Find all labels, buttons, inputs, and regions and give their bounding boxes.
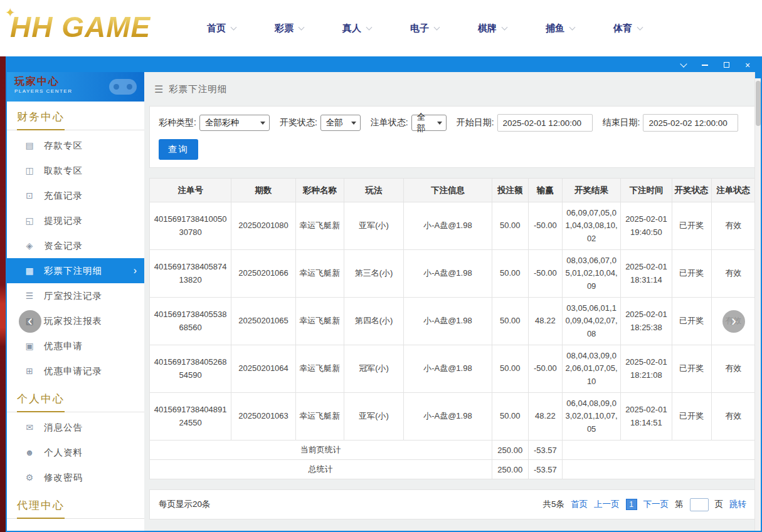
section-title-label: 个人中心 [17, 392, 65, 412]
cell-win_loss: -50.00 [528, 345, 562, 393]
sidebar-item-recharge-records[interactable]: ⊡充值记录 [7, 183, 144, 208]
minimize-icon[interactable] [701, 61, 709, 70]
gamepad-icon [109, 79, 137, 95]
sidebar-item-deposit[interactable]: ▤存款专区 [7, 133, 144, 158]
jump-suffix-label: 页 [715, 499, 724, 510]
nav-item-label: 首页 [207, 23, 226, 34]
cell-draw_status: 已开奖 [672, 393, 711, 441]
carousel-left-arrow[interactable]: ‹ [19, 310, 41, 333]
column-header-win_loss: 输赢 [528, 179, 562, 202]
page-title: 彩票下注明细 [169, 83, 227, 95]
cell-bet_info: 小-A盘@1.98 [404, 250, 492, 298]
promo-icon: ▣ [24, 341, 34, 351]
cell-bet_info: 小-A盘@1.98 [404, 202, 492, 250]
cell-lottery_name: 幸运飞艇新 [295, 393, 344, 441]
prev-page-link[interactable]: 上一页 [594, 499, 620, 510]
sidebar-item-promo-apply-records[interactable]: ⊞优惠申请记录 [7, 358, 144, 383]
chevron-down-icon [231, 24, 237, 30]
start-date-input[interactable] [497, 114, 593, 132]
nav-item-slots[interactable]: 电子 [410, 23, 439, 34]
jump-button[interactable]: 跳转 [729, 499, 746, 510]
column-header-draw_result: 开奖结果 [562, 179, 620, 202]
maximize-icon[interactable] [722, 61, 731, 70]
scroll-up-button[interactable] [755, 72, 761, 78]
cell-bet_time: 2025-02-01 18:14:51 [621, 393, 672, 441]
nav-item-fishing[interactable]: 捕鱼 [546, 23, 574, 34]
cell-period: 20250201063 [231, 393, 295, 441]
brand-logo[interactable]: HH GAME [10, 10, 151, 44]
select-value: 全部彩种 [205, 117, 239, 128]
nav-item-home[interactable]: 首页 [207, 23, 236, 34]
cell-draw_result: 06,09,07,05,01,04,03,08,10,02 [562, 202, 620, 250]
nav-item-label: 捕鱼 [546, 23, 564, 34]
cell-draw_status: 已开奖 [672, 250, 711, 298]
cell-play: 亚军(小) [344, 393, 403, 441]
main-content: ☰ 彩票下注明细 彩种类型: 全部彩种 开奖状态: 全部 注单状态: [144, 72, 761, 531]
sidebar-item-profile[interactable]: ☻个人资料 [7, 440, 144, 465]
sidebar-item-hall-bet-records[interactable]: ☰厅室投注记录 [7, 283, 144, 308]
cell-bet_amount: 50.00 [492, 393, 528, 441]
chevron-down-icon [437, 122, 442, 125]
page-summary-bet-amount: 250.00 [492, 441, 528, 460]
nav-item-lottery[interactable]: 彩票 [275, 23, 304, 34]
total-summary-win-loss: -53.57 [528, 460, 562, 479]
hall-bet-icon: ☰ [24, 291, 34, 301]
hamburger-icon[interactable]: ☰ [154, 83, 163, 95]
jump-page-input[interactable] [690, 498, 709, 511]
sidebar-item-lottery-bet-details[interactable]: ▦彩票下注明细› [7, 258, 144, 283]
scrollbar-thumb[interactable] [756, 81, 761, 126]
cell-order_id: 401569173840587413820 [150, 250, 231, 298]
table-body: 40156917384100503078020250201080幸运飞艇新亚军(… [150, 202, 756, 441]
window-titlebar: × [7, 58, 761, 72]
cell-draw_result: 08,04,03,09,02,06,01,07,05,10 [562, 345, 620, 393]
column-header-lottery_name: 彩种名称 [295, 179, 344, 202]
cell-lottery_name: 幸运飞艇新 [295, 298, 344, 345]
vertical-scrollbar[interactable] [754, 72, 761, 531]
current-page-badge[interactable]: 1 [626, 499, 637, 510]
bank-card-icon: ▤ [24, 140, 34, 150]
breadcrumb: ☰ 彩票下注明细 [149, 72, 756, 106]
withdrawal-record-icon: ◱ [24, 216, 34, 226]
search-button[interactable]: 查询 [159, 139, 198, 160]
sidebar-item-promo-apply[interactable]: ▣优惠申请 [7, 333, 144, 358]
cell-order_id: 401569173840526854590 [150, 345, 231, 393]
column-header-order_id: 注单号 [150, 179, 231, 202]
sidebar-item-label: 彩票下注明细 [44, 265, 102, 277]
sidebar-item-change-password[interactable]: ⚙修改密码 [7, 465, 144, 490]
nav-item-live[interactable]: 真人 [342, 23, 371, 34]
pagination-bar: 每页显示20条 共5条 首页 上一页 1 下一页 第 页 跳转 [149, 489, 756, 519]
chevron-down-icon [569, 24, 576, 30]
top-header: ✦ HH GAME 首页彩票真人电子棋牌捕鱼体育 [0, 0, 762, 56]
select-value: 全部 [417, 112, 431, 134]
filter-panel: 彩种类型: 全部彩种 开奖状态: 全部 注单状态: 全部 [149, 106, 756, 168]
recharge-record-icon: ⊡ [24, 190, 34, 201]
nav-item-label: 真人 [342, 23, 361, 34]
page-summary-row: 当前页统计 250.00 -53.57 [150, 441, 756, 460]
fund-record-icon: ◈ [24, 241, 34, 251]
cell-win_loss: -50.00 [528, 202, 562, 250]
end-date-input[interactable] [643, 114, 738, 132]
sidebar-item-withdrawal-records[interactable]: ◱提现记录 [7, 208, 144, 233]
carousel-right-arrow[interactable]: › [722, 310, 745, 333]
sidebar-item-label: 厅室投注记录 [44, 290, 102, 302]
nav-item-sports[interactable]: 体育 [613, 23, 642, 34]
sidebar-item-label: 取款专区 [44, 165, 83, 177]
lottery-type-select[interactable]: 全部彩种 [199, 115, 270, 131]
next-page-link[interactable]: 下一页 [643, 499, 669, 510]
window-body: 玩家中心 PLAYERS CENTER 财务中心▤存款专区◫取款专区⊡充值记录◱… [7, 72, 761, 531]
page-summary-label: 当前页统计 [150, 441, 492, 460]
sidebar-item-messages[interactable]: ✉消息公告 [7, 415, 144, 440]
draw-status-select[interactable]: 全部 [320, 115, 361, 131]
pager-controls: 共5条 首页 上一页 1 下一页 第 页 跳转 [542, 498, 746, 511]
close-icon[interactable]: × [743, 61, 752, 70]
nav-item-board-games[interactable]: 棋牌 [478, 23, 507, 34]
chevron-down-icon[interactable] [679, 61, 688, 70]
cell-bet_status: 有效 [711, 345, 755, 393]
nav-item-label: 体育 [613, 23, 632, 34]
sidebar-item-withdraw[interactable]: ◫取款专区 [7, 158, 144, 183]
first-page-link[interactable]: 首页 [571, 499, 588, 510]
total-summary-bet-amount: 250.00 [492, 460, 528, 479]
sidebar-item-fund-records[interactable]: ◈资金记录 [7, 233, 144, 258]
column-header-bet_amount: 投注额 [492, 179, 528, 202]
bet-status-select[interactable]: 全部 [411, 115, 447, 131]
